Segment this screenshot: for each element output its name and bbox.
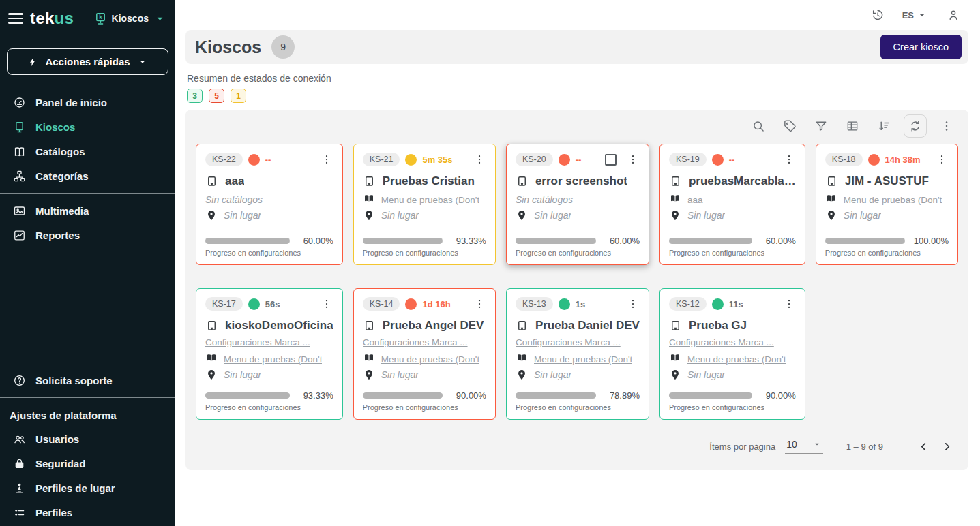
sidebar-item-usuarios[interactable]: Usuarios	[0, 427, 175, 451]
sidebar-item-reportes[interactable]: Reportes	[0, 223, 175, 247]
card-menu-button[interactable]	[935, 151, 949, 168]
profile-link[interactable]: Configuraciones Marca ...	[205, 337, 333, 347]
catalog-link[interactable]: Menu de pruebas (Don't	[381, 354, 479, 365]
kiosk-card-ks-20[interactable]: KS-20 -- error screenshot Sin catálogos …	[506, 144, 649, 265]
location-pin-icon	[363, 209, 375, 221]
next-page-button[interactable]	[935, 435, 958, 458]
chevron-right-icon	[941, 441, 953, 452]
chevron-down-icon	[137, 57, 148, 67]
filter-button[interactable]	[810, 114, 833, 138]
app-switcher-dropdown[interactable]: k Kioscos	[93, 12, 167, 26]
catalog-link[interactable]: Menu de pruebas (Don't	[687, 354, 786, 365]
progress-percent: 100.00%	[910, 236, 949, 246]
kiosk-card-ks-19[interactable]: KS-19 -- pruebasMarcabla… aaa Sin lugar …	[659, 144, 805, 265]
connection-time: 14h 38m	[885, 155, 921, 165]
status-count-badge-warning[interactable]: 1	[231, 89, 246, 103]
sidebar-item-multimedia[interactable]: Multimedia	[0, 198, 175, 223]
book-icon	[363, 352, 375, 364]
sync-button[interactable]	[904, 114, 927, 138]
card-header: KS-17 56s	[205, 296, 333, 312]
account-icon[interactable]	[947, 8, 960, 22]
sidebar: tekus k Kioscos Acciones rápidas Panel d…	[0, 0, 175, 526]
create-kiosk-button[interactable]: Crear kiosco	[880, 35, 962, 59]
sidebar-item-kioscos[interactable]: Kioscos	[0, 114, 175, 139]
kiosk-card-ks-17[interactable]: KS-17 56s kioskoDemoOficina Configuracio…	[196, 288, 343, 420]
items-per-page-value: 10	[786, 439, 797, 450]
card-menu-button[interactable]	[626, 296, 640, 312]
card-menu-button[interactable]	[782, 296, 796, 312]
location-row: Sin lugar	[516, 369, 640, 381]
connection-summary-label: Resumen de estados de conexión	[187, 73, 967, 84]
page-title: Kioscos	[195, 37, 261, 57]
location-text: Sin lugar	[844, 210, 881, 221]
status-count-badge-disconnected[interactable]: 5	[209, 89, 224, 103]
book-icon	[205, 352, 218, 364]
card-title-row: Prueba Daniel DEV	[516, 319, 640, 332]
items-per-page-select[interactable]: 10	[785, 439, 823, 454]
profile-link[interactable]: Configuraciones Marca ...	[669, 337, 796, 347]
progress-block: 90.00% Progreso en configuraciones	[669, 381, 796, 412]
profile-link[interactable]: Configuraciones Marca ...	[363, 337, 486, 347]
kiosk-card-ks-18[interactable]: KS-18 14h 38m JIM - ASUSTUF Menu de prue…	[816, 144, 958, 265]
sidebar-item-label: Perfiles de lugar	[35, 482, 115, 494]
select-checkbox[interactable]	[605, 154, 617, 166]
search-button[interactable]	[747, 114, 770, 138]
hamburger-menu-icon[interactable]	[8, 13, 23, 24]
kiosk-title: Prueba Angel DEV	[383, 319, 484, 332]
catalog-link[interactable]: Menu de pruebas (Don't	[224, 354, 322, 365]
card-menu-button[interactable]	[473, 151, 486, 168]
profile-link[interactable]: Configuraciones Marca ...	[516, 337, 640, 347]
sidebar-item-panel-de-inicio[interactable]: Panel de inicio	[0, 90, 175, 114]
book-icon	[669, 192, 681, 204]
status-dot	[868, 154, 880, 166]
sidebar-item-label: Perfiles	[35, 507, 72, 519]
card-menu-button[interactable]	[626, 151, 640, 168]
kiosk-card-ks-13[interactable]: KS-13 1s Prueba Daniel DEV Configuracion…	[506, 288, 649, 420]
sync-icon	[908, 119, 922, 133]
language-selector[interactable]: ES	[902, 8, 929, 22]
kebab-icon	[321, 298, 333, 310]
location-text: Sin lugar	[381, 369, 419, 380]
table-icon	[846, 119, 859, 133]
card-menu-button[interactable]	[782, 151, 796, 168]
sidebar-item-categorias[interactable]: Categorías	[0, 164, 175, 188]
card-menu-button[interactable]	[473, 296, 486, 312]
language-label: ES	[902, 10, 914, 20]
card-header: KS-14 1d 16h	[363, 296, 486, 312]
kebab-icon	[473, 153, 486, 166]
sidebar-item-label: Solicita soporte	[35, 375, 113, 386]
quick-actions-button[interactable]: Acciones rápidas	[7, 48, 168, 75]
table-button[interactable]	[841, 114, 864, 138]
sort-button[interactable]	[872, 114, 895, 138]
sidebar-item-solicita-soporte[interactable]: Solicita soporte	[0, 368, 175, 392]
progress-percent: 90.00%	[758, 390, 796, 401]
no-catalog-text: Sin catálogos	[516, 194, 640, 205]
card-menu-button[interactable]	[320, 296, 333, 312]
history-icon[interactable]	[871, 8, 885, 22]
sidebar-item-perfiles-de-lugar[interactable]: Perfiles de lugar	[0, 476, 175, 500]
kiosk-card-ks-14[interactable]: KS-14 1d 16h Prueba Angel DEV Configurac…	[353, 288, 496, 420]
catalog-link[interactable]: Menu de pruebas (Don't	[844, 195, 942, 205]
kiosk-card-ks-21[interactable]: KS-21 5m 35s Pruebas Cristian Menu de pr…	[353, 144, 496, 265]
sidebar-item-perfiles[interactable]: Perfiles	[0, 500, 175, 525]
kiosk-card-ks-12[interactable]: KS-12 11s Prueba GJ Configuraciones Marc…	[659, 288, 805, 420]
kiosk-card-ks-22[interactable]: KS-22 -- aaa Sin catálogos Sin lugar 60.…	[196, 144, 343, 265]
catalog-link[interactable]: Menu de pruebas (Don't	[381, 195, 479, 205]
sidebar-item-seguridad[interactable]: Seguridad	[0, 451, 175, 476]
catalog-link[interactable]: aaa	[687, 195, 703, 205]
sidebar-item-label: Seguridad	[35, 458, 85, 469]
sidebar-item-label: Catálogos	[35, 146, 85, 157]
tag-button[interactable]	[778, 114, 801, 138]
catalog-link[interactable]: Menu de pruebas (Don't	[534, 354, 632, 365]
card-header: KS-21 5m 35s	[363, 151, 486, 168]
sidebar-item-catalogos[interactable]: Catálogos	[0, 139, 175, 164]
status-count-badge-connected[interactable]: 3	[187, 89, 203, 103]
progress-bar	[669, 238, 752, 244]
card-title-row: aaa	[205, 174, 333, 188]
card-menu-button[interactable]	[320, 151, 333, 168]
kebab-button[interactable]	[935, 114, 958, 138]
kiosk-card-grid: KS-22 -- aaa Sin catálogos Sin lugar 60.…	[196, 144, 958, 420]
kebab-icon	[473, 298, 486, 310]
previous-page-button[interactable]	[912, 435, 935, 458]
location-pin-icon	[205, 369, 218, 381]
